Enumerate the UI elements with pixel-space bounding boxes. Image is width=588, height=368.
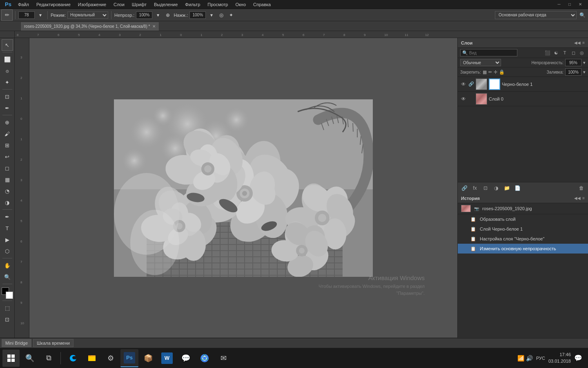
brush-tool[interactable]: 🖌 — [2, 128, 13, 139]
pressure-picker-icon[interactable]: ▾ — [207, 11, 216, 19]
history-item-0[interactable]: 📋 Образовать слой — [458, 214, 588, 224]
stamp-tool[interactable]: ⊞ — [2, 140, 13, 150]
history-brush-tool[interactable]: ↩ — [2, 151, 13, 162]
menu-window[interactable]: Окно — [232, 1, 249, 8]
opacity-dropdown-icon[interactable]: ▾ — [583, 60, 586, 65]
adjustment-filter-icon[interactable]: ☯ — [552, 49, 560, 56]
history-item-2[interactable]: 📋 Настройка слоя "Черно-белое" — [458, 234, 588, 244]
history-item-3[interactable]: 📋 Изменить основную непрозрачность — [458, 244, 588, 254]
pixel-filter-icon[interactable]: ⬛ — [544, 49, 551, 56]
taskbar-mail-icon[interactable]: ✉ — [214, 349, 232, 367]
brush-size-input[interactable] — [18, 11, 35, 19]
document-tab[interactable]: roses-2205009_1920.jpg @ 34,3% (Черно-бе… — [20, 22, 159, 31]
dodge-tool[interactable]: ◑ — [2, 197, 13, 208]
lock-pixels-icon[interactable]: ✏ — [488, 70, 492, 75]
background-color[interactable] — [6, 292, 13, 299]
quick-mask-tool[interactable]: ⬚ — [2, 303, 13, 313]
menu-edit[interactable]: Редактирование — [33, 1, 74, 8]
hand-tool[interactable]: ✋ — [2, 260, 13, 271]
taskbar-photoshop-icon[interactable]: Ps — [120, 349, 138, 367]
type-filter-icon[interactable]: T — [561, 49, 568, 56]
lock-position-icon[interactable]: ✛ — [494, 70, 497, 75]
layer-item-0[interactable]: 👁 Слой 0 — [458, 92, 588, 106]
lasso-tool[interactable]: ⌾ — [2, 65, 13, 76]
menu-file[interactable]: Файл — [15, 1, 32, 8]
delete-layer-icon[interactable]: 🗑 — [577, 184, 586, 192]
pressure-input[interactable] — [189, 11, 206, 19]
magic-wand-tool[interactable]: ✦ — [2, 77, 13, 88]
fg-bg-colors[interactable] — [2, 287, 13, 299]
taskbar-settings-icon[interactable]: ⚙ — [102, 349, 120, 367]
workspace-search-icon[interactable]: 🔍 — [578, 11, 586, 19]
add-style-icon[interactable]: fx — [471, 184, 479, 192]
eraser-tool[interactable]: ◻ — [2, 163, 13, 173]
tool-option-icon[interactable]: ✦ — [227, 11, 235, 19]
screen-mode-tool[interactable]: ⊡ — [2, 314, 13, 325]
close-button[interactable]: ✕ — [575, 0, 586, 9]
taskbar-explorer-icon[interactable] — [83, 349, 101, 367]
fill-dropdown-icon[interactable]: ▾ — [583, 70, 586, 75]
shape-filter-icon[interactable]: ◻ — [570, 49, 577, 56]
opacity-input[interactable] — [136, 11, 152, 19]
layers-search-input[interactable] — [469, 51, 515, 55]
layer-eye-bw[interactable]: 👁 — [460, 81, 467, 88]
taskbar-skype-icon[interactable]: 💬 — [177, 349, 195, 367]
history-collapse[interactable]: ◀◀ ≡ — [574, 196, 585, 200]
gradient-tool[interactable]: ▦ — [2, 174, 13, 185]
add-mask-icon[interactable]: ⊡ — [481, 184, 490, 192]
menu-filter[interactable]: Фильтр — [182, 1, 203, 8]
move-tool[interactable]: ↖ — [2, 40, 13, 50]
layers-collapse[interactable]: ◀◀ ≡ — [574, 40, 585, 45]
layers-search-box[interactable]: 🔍 — [460, 49, 517, 56]
taskbar-word-icon[interactable]: W — [158, 349, 176, 367]
layer-item-bw[interactable]: 👁 🔗 Черно-белое 1 — [458, 77, 588, 92]
notifications-icon[interactable]: 💬 — [574, 354, 582, 362]
minimize-button[interactable]: ─ — [554, 0, 564, 9]
search-taskbar-button[interactable]: 🔍 — [21, 350, 38, 367]
mode-select[interactable]: Нормальный — [67, 11, 108, 19]
task-view-button[interactable]: ⧉ — [40, 350, 57, 367]
maximize-button[interactable]: □ — [564, 0, 575, 9]
opacity-value-input[interactable] — [565, 59, 581, 66]
menu-layers[interactable]: Слои — [110, 1, 128, 8]
brush-tool-icon[interactable]: ✏ — [2, 10, 12, 20]
canvas-image[interactable] — [114, 99, 373, 277]
airbrush-icon[interactable]: ⊕ — [164, 11, 172, 19]
crop-tool[interactable]: ⊡ — [2, 91, 13, 102]
history-item-1[interactable]: 📋 Слой Черно-белое 1 — [458, 224, 588, 234]
pen-tool[interactable]: ✒ — [2, 211, 13, 222]
timeline-tab[interactable]: Шкала времени — [33, 339, 74, 347]
taskbar-app-unknown[interactable]: 📦 — [139, 349, 157, 367]
taskbar-edge-icon[interactable] — [64, 349, 82, 367]
document-tab-close[interactable]: ✕ — [152, 24, 156, 29]
eyedropper-tool[interactable]: ✒ — [2, 103, 13, 113]
marquee-tool[interactable]: ⬜ — [2, 54, 13, 65]
smart-filter-icon[interactable]: ◎ — [578, 49, 586, 56]
blend-mode-select[interactable]: Обычные — [460, 59, 501, 66]
taskbar-chrome-icon[interactable] — [196, 349, 214, 367]
stabilizer-icon[interactable]: ◎ — [217, 11, 225, 19]
path-selection-tool[interactable]: ▶ — [2, 234, 13, 245]
menu-type[interactable]: Шрифт — [129, 1, 150, 8]
new-layer-icon[interactable]: 📄 — [513, 184, 521, 192]
workspace-select[interactable]: Основная рабочая среда — [495, 11, 577, 19]
lock-transparent-icon[interactable]: ▦ — [483, 70, 487, 75]
fill-value-input[interactable] — [565, 68, 581, 76]
menu-select[interactable]: Выделение — [151, 1, 181, 8]
layer-eye-0[interactable]: 👁 — [460, 96, 467, 102]
zoom-tool[interactable]: 🔍 — [2, 272, 13, 282]
shape-tool[interactable]: ⬡ — [2, 246, 13, 256]
network-icon[interactable]: 📶 — [517, 355, 524, 361]
link-layers-icon[interactable]: 🔗 — [460, 184, 468, 192]
mini-bridge-tab[interactable]: Mini Bridge — [2, 339, 31, 347]
menu-view[interactable]: Просмотр — [204, 1, 231, 8]
clock[interactable]: 17:46 03.01.2018 — [548, 352, 571, 364]
menu-help[interactable]: Справка — [250, 1, 274, 8]
language-indicator[interactable]: РУС — [536, 356, 545, 361]
brush-picker-icon[interactable]: ▾ — [36, 11, 45, 19]
start-button[interactable] — [2, 350, 20, 367]
volume-icon[interactable]: 🔊 — [526, 355, 533, 361]
type-tool[interactable]: T — [2, 223, 13, 233]
lock-all-icon[interactable]: 🔒 — [499, 70, 505, 75]
blur-tool[interactable]: ◔ — [2, 186, 13, 196]
